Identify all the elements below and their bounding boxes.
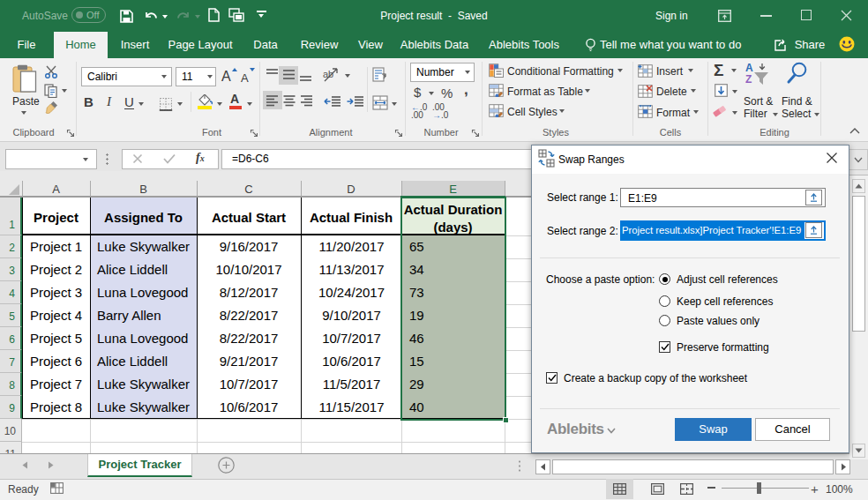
svg-text:Z: Z xyxy=(745,73,752,86)
svg-text:A: A xyxy=(745,62,753,74)
